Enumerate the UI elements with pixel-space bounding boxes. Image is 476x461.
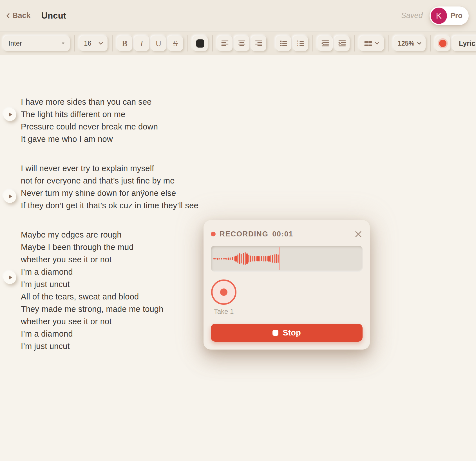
waveform-bar <box>254 256 255 261</box>
waveform-bar <box>267 256 268 261</box>
font-family-value: Inter <box>8 39 22 47</box>
close-recorder-button[interactable] <box>354 230 363 238</box>
lyric-line[interactable]: The light hits different on me <box>21 108 465 120</box>
lyric-line[interactable]: I have more sides than you can see <box>21 96 465 108</box>
italic-button[interactable]: I <box>134 36 149 51</box>
waveform-bar <box>213 258 215 259</box>
lyric-tools-label: Lyric Tools <box>459 39 476 48</box>
toolbar-divider <box>187 35 188 52</box>
waveform-bar <box>250 256 251 262</box>
lyric-writer-app: Back Uncut Saved K Pro Inter 16 <box>0 0 476 461</box>
underline-button[interactable]: U <box>151 36 166 51</box>
waveform-bar <box>278 254 279 263</box>
text-color-button[interactable] <box>193 36 208 51</box>
waveform-bar <box>246 253 248 264</box>
waveform-bar <box>270 255 272 262</box>
toolbar-divider <box>312 35 313 52</box>
font-size-select[interactable]: 16 <box>79 36 108 51</box>
waveform-bar <box>223 258 224 259</box>
outdent-button[interactable] <box>318 36 333 51</box>
bullet-list-button[interactable] <box>276 36 291 51</box>
waveform-bar <box>232 257 233 260</box>
align-center-button[interactable] <box>234 36 249 51</box>
lyric-tools-button[interactable]: Lyric Tools <box>452 36 476 51</box>
waveform-display <box>211 246 363 272</box>
waveform-bar <box>259 256 261 261</box>
lyric-line[interactable]: Never turn my shine down for anÿone else <box>21 187 465 199</box>
waveform-bar <box>272 255 273 263</box>
header-left: Back Uncut <box>6 11 66 21</box>
svg-text:3.: 3. <box>297 44 299 46</box>
toolbar-divider <box>430 35 431 52</box>
bold-button[interactable]: B <box>117 36 132 51</box>
waveform-bar <box>230 258 231 260</box>
columns-layout-select[interactable] <box>359 36 384 51</box>
record-button[interactable] <box>435 36 450 51</box>
numbered-list-icon: 1. 2. 3. <box>297 40 304 46</box>
chevron-down-icon <box>375 42 379 45</box>
waveform-playhead <box>279 247 280 270</box>
take-item[interactable]: Take 1 <box>211 279 237 315</box>
align-left-button[interactable] <box>217 36 233 51</box>
recording-time: 00:01 <box>272 230 293 238</box>
take-label: Take 1 <box>214 308 234 315</box>
take-record-icon <box>211 279 236 305</box>
bullet-list-icon <box>280 40 287 46</box>
font-family-select[interactable]: Inter <box>3 36 70 51</box>
numbered-list-button[interactable]: 1. 2. 3. <box>293 36 308 51</box>
stop-icon <box>272 330 278 336</box>
lyric-line[interactable]: It gave me who I am now <box>21 133 465 145</box>
account-button[interactable]: K Pro <box>430 6 469 25</box>
lyric-line[interactable]: If they don’t get it that’s ok cuz in ti… <box>21 199 465 212</box>
chevron-down-icon <box>417 42 421 45</box>
close-icon <box>355 230 362 238</box>
lyric-line[interactable]: Pressure could never break me down <box>21 120 465 133</box>
waveform-bar <box>219 258 220 259</box>
lyric-line[interactable]: I will never ever try to explain myself <box>21 162 465 174</box>
toolbar-divider <box>74 35 75 52</box>
toolbar-divider <box>271 35 271 52</box>
strikethrough-button[interactable]: S <box>168 36 183 51</box>
verse-play-button[interactable] <box>3 108 16 121</box>
waveform-bar <box>252 256 253 261</box>
text-color-swatch <box>196 39 204 48</box>
waveform-bar <box>224 258 226 259</box>
recording-panel: RECORDING 00:01 Take 1 Stop <box>204 220 370 350</box>
waveform-bar <box>239 253 240 264</box>
waveform-bar <box>261 256 262 261</box>
font-size-value: 16 <box>84 39 91 47</box>
stop-label: Stop <box>283 328 301 337</box>
indent-button[interactable] <box>334 36 350 51</box>
play-icon <box>8 194 13 199</box>
zoom-level-select[interactable]: 125% <box>394 36 426 51</box>
pro-badge: Pro <box>450 11 462 20</box>
record-icon <box>439 40 446 47</box>
stop-recording-button[interactable]: Stop <box>211 324 363 342</box>
verse-lines: I will never ever try to explain myselfn… <box>21 162 465 212</box>
chevron-down-icon <box>99 42 103 45</box>
align-right-button[interactable] <box>251 36 266 51</box>
toolbar-divider <box>212 35 213 52</box>
recording-header: RECORDING 00:01 <box>211 230 363 238</box>
align-right-icon <box>255 40 262 46</box>
strikethrough-label: S <box>173 39 178 48</box>
dropdown-triangle-icon <box>61 42 65 44</box>
chevron-left-icon <box>6 13 10 19</box>
italic-label: I <box>140 39 143 48</box>
underline-label: U <box>156 39 162 48</box>
page-title: Uncut <box>41 11 66 21</box>
waveform-bar <box>265 256 266 261</box>
header-right: Saved K Pro <box>401 6 469 25</box>
waveform-bar <box>274 254 275 263</box>
align-left-icon <box>221 40 229 46</box>
waveform-bar <box>228 258 229 260</box>
back-button[interactable]: Back <box>6 11 31 20</box>
verse: I will never ever try to explain myselfn… <box>21 162 465 212</box>
verse-play-button[interactable] <box>3 271 16 284</box>
lyric-line[interactable]: not for everyone and that’s just fine by… <box>21 174 465 187</box>
play-icon <box>8 275 13 280</box>
bold-label: B <box>122 39 127 48</box>
verse-play-button[interactable] <box>3 190 16 203</box>
save-status: Saved <box>401 11 423 20</box>
zoom-level-value: 125% <box>398 40 414 47</box>
